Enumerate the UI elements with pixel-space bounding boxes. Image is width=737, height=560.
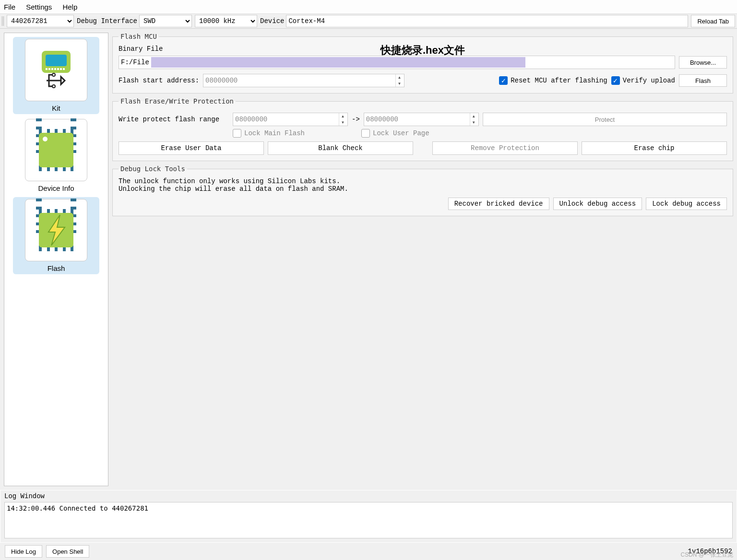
sidebar-item-flash[interactable]: Flash xyxy=(13,197,99,274)
flash-mcu-group: Flash MCU 快捷烧录.hex文件 Binary File Browse.… xyxy=(112,33,733,93)
frequency-select[interactable]: 10000 kHz xyxy=(195,15,257,27)
write-protect-from-input[interactable] xyxy=(233,113,339,126)
svg-rect-5 xyxy=(54,68,56,70)
lock-debug-button[interactable]: Lock debug access xyxy=(646,198,727,210)
lock-main-flash-checkbox[interactable]: Lock Main Flash xyxy=(233,129,357,138)
write-protect-to-input[interactable] xyxy=(364,113,470,126)
svg-rect-6 xyxy=(57,68,59,70)
reset-checkbox[interactable]: ✓ Reset MCU after flashing xyxy=(499,76,607,85)
debug-lock-legend: Debug Lock Tools xyxy=(119,165,187,173)
sidebar-item-device-info[interactable]: Device Info xyxy=(13,117,99,194)
device-field[interactable] xyxy=(286,15,688,27)
binary-file-input[interactable] xyxy=(119,56,675,69)
menubar: File Settings Help xyxy=(0,0,737,13)
flash-mcu-legend: Flash MCU xyxy=(119,33,159,40)
write-protect-range-label: Write protect flash range xyxy=(119,116,229,123)
svg-rect-4 xyxy=(51,68,53,70)
sidebar-label-kit: Kit xyxy=(52,104,60,112)
spinner-arrows[interactable]: ▲▼ xyxy=(395,74,403,87)
erase-chip-button[interactable]: Erase chip xyxy=(582,141,727,155)
menu-help[interactable]: Help xyxy=(61,2,78,12)
interface-select[interactable]: SWD xyxy=(139,15,192,27)
svg-rect-1 xyxy=(46,55,67,66)
chip-icon xyxy=(32,126,80,174)
watermark: CSDN @一张土豆泥 xyxy=(680,551,733,559)
binary-file-wrapper xyxy=(119,56,675,69)
debug-lock-group: Debug Lock Tools The unlock function onl… xyxy=(112,165,733,216)
svg-rect-2 xyxy=(46,68,48,70)
reload-tab-button[interactable]: Reload Tab xyxy=(691,15,735,27)
sidebar-item-kit[interactable]: Kit xyxy=(13,37,99,114)
log-window-title: Log Window xyxy=(4,492,733,500)
unlock-debug-button[interactable]: Unlock debug access xyxy=(553,198,642,210)
kit-icon xyxy=(32,46,80,94)
erase-protect-group: Flash Erase/Write Protection Write prote… xyxy=(112,97,733,161)
svg-rect-7 xyxy=(60,68,62,70)
log-line: 14:32:00.446 Connected to 440267281 xyxy=(7,504,730,512)
svg-rect-3 xyxy=(48,68,50,70)
spinner-arrows[interactable]: ▲▼ xyxy=(470,113,477,126)
debug-interface-label: Debug Interface xyxy=(77,17,137,25)
lock-user-page-checkbox[interactable]: Lock User Page xyxy=(361,129,429,138)
flash-icon xyxy=(32,206,80,254)
svg-point-9 xyxy=(52,85,55,88)
device-id-select[interactable]: 440267281 xyxy=(7,15,74,27)
bottombar: Hide Log Open Shell 1v16p6b1592 xyxy=(0,543,737,560)
debug-note2: Unlocking the chip will erase all data o… xyxy=(119,185,727,193)
checkbox-icon xyxy=(361,129,370,138)
svg-marker-11 xyxy=(48,215,65,245)
open-shell-button[interactable]: Open Shell xyxy=(46,545,89,558)
binary-file-label: Binary File xyxy=(119,45,727,53)
log-window[interactable]: 14:32:00.446 Connected to 440267281 xyxy=(4,502,733,538)
content-area: Flash MCU 快捷烧录.hex文件 Binary File Browse.… xyxy=(112,33,733,486)
debug-note1: The unlock function only works using Sil… xyxy=(119,177,727,185)
sidebar: Kit Device Info xyxy=(4,33,108,486)
hide-log-button[interactable]: Hide Log xyxy=(5,545,42,558)
start-address-label: Flash start address: xyxy=(119,77,199,84)
browse-button[interactable]: Browse... xyxy=(679,56,727,69)
grip-icon xyxy=(2,16,5,26)
checkbox-icon xyxy=(233,129,241,138)
recover-bricked-button[interactable]: Recover bricked device xyxy=(448,198,549,210)
sidebar-label-device-info: Device Info xyxy=(38,184,74,192)
menu-file[interactable]: File xyxy=(3,2,16,12)
verify-checkbox[interactable]: ✓ Verify upload xyxy=(611,76,675,85)
log-area: Log Window 14:32:00.446 Connected to 440… xyxy=(0,490,737,543)
check-icon: ✓ xyxy=(499,76,508,85)
blank-check-button[interactable]: Blank Check xyxy=(268,141,413,155)
sidebar-label-flash: Flash xyxy=(48,264,65,272)
main-area: Kit Device Info xyxy=(0,29,737,490)
check-icon: ✓ xyxy=(611,76,620,85)
spinner-arrows[interactable]: ▲▼ xyxy=(339,113,346,126)
arrow-label: -> xyxy=(352,116,360,123)
start-address-input[interactable] xyxy=(203,74,395,87)
svg-rect-8 xyxy=(63,68,65,70)
erase-user-data-button[interactable]: Erase User Data xyxy=(119,141,264,155)
svg-point-10 xyxy=(52,73,55,76)
remove-protection-button: Remove Protection xyxy=(432,141,578,155)
erase-protect-legend: Flash Erase/Write Protection xyxy=(119,97,236,105)
menu-settings[interactable]: Settings xyxy=(25,2,53,12)
flash-button[interactable]: Flash xyxy=(679,74,727,87)
toolbar: 440267281 Debug Interface SWD 10000 kHz … xyxy=(0,13,737,29)
protect-button: Protect xyxy=(483,113,727,126)
device-label: Device xyxy=(260,17,284,25)
